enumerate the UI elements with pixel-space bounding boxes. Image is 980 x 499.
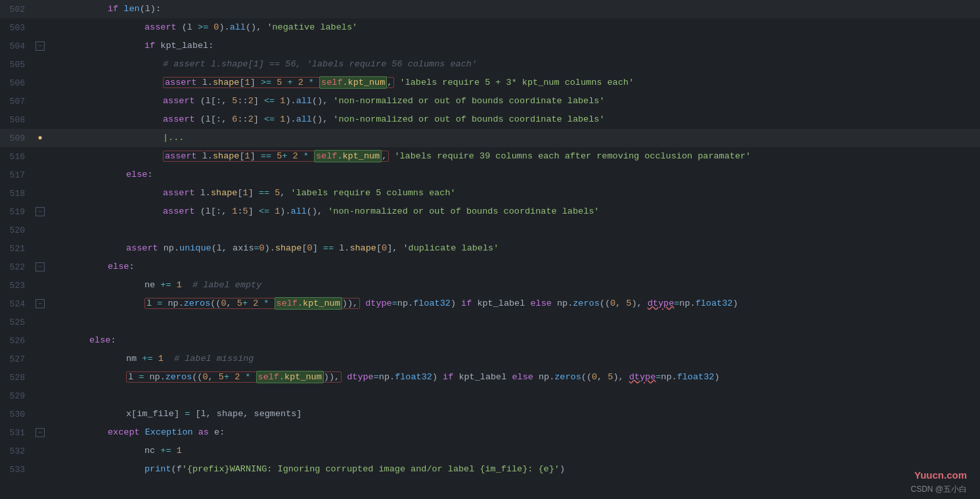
- code-522: else:: [47, 258, 980, 276]
- line-527: 527 nm += 1 # label missing: [0, 350, 980, 368]
- line-531: 531 − except Exception as e:: [0, 423, 980, 442]
- line-528: 528 l = np.zeros((0, 5+ 2 * self.kpt_num…: [0, 368, 980, 387]
- line-num-507: 507: [0, 97, 33, 107]
- line-523: 523 ne += 1 # label empty: [0, 276, 980, 295]
- gutter-519: −: [33, 207, 47, 216]
- line-num-518: 518: [0, 189, 33, 199]
- line-num-509: 509: [0, 133, 33, 143]
- gutter-531: −: [33, 428, 47, 437]
- fold-524[interactable]: −: [35, 299, 45, 308]
- line-533: 533 print(f'{prefix}WARNING: Ignoring co…: [0, 460, 980, 479]
- code-502: if len(l):: [47, 0, 980, 18]
- line-num-508: 508: [0, 115, 33, 125]
- line-num-522: 522: [0, 262, 33, 272]
- line-530: 530 x[im_file] = [l, shape, segments]: [0, 405, 980, 423]
- code-505: # assert l.shape[1] == 56, 'labels requi…: [47, 55, 980, 74]
- code-531: except Exception as e:: [47, 423, 980, 442]
- code-521: assert np.unique(l, axis=0).shape[0] == …: [47, 239, 980, 258]
- line-num-531: 531: [0, 428, 33, 438]
- code-528: l = np.zeros((0, 5+ 2 * self.kpt_num)), …: [47, 368, 980, 387]
- line-507: 507 assert (l[:, 5::2] <= 1).all(), 'non…: [0, 92, 980, 110]
- code-532: nc += 1: [47, 442, 980, 460]
- line-num-502: 502: [0, 5, 33, 14]
- line-529: 529: [0, 387, 980, 405]
- code-507: assert (l[:, 5::2] <= 1).all(), 'non-nor…: [47, 92, 980, 110]
- code-530: x[im_file] = [l, shape, segments]: [47, 405, 980, 423]
- line-num-521: 521: [0, 244, 33, 254]
- gutter-522: −: [33, 262, 47, 272]
- line-508: 508 assert (l[:, 6::2] <= 1).all(), 'non…: [0, 110, 980, 129]
- bullet-509: ●: [37, 133, 42, 143]
- watermark2: CSDN @五小白: [910, 484, 967, 495]
- gutter-509: ●: [33, 133, 47, 143]
- code-504: if kpt_label:: [47, 37, 980, 55]
- line-num-525: 525: [0, 318, 33, 327]
- line-517: 517 else:: [0, 166, 980, 184]
- line-502: 502 if len(l):: [0, 0, 980, 18]
- line-509: 509 ● |...: [0, 129, 980, 147]
- line-522: 522 − else:: [0, 258, 980, 276]
- line-num-504: 504: [0, 41, 33, 51]
- line-525: 525: [0, 313, 980, 331]
- line-num-505: 505: [0, 60, 33, 70]
- line-506: 506 assert l.shape[1] >= 5 + 2 * self.kp…: [0, 74, 980, 92]
- line-505: 505 # assert l.shape[1] == 56, 'labels r…: [0, 55, 980, 74]
- code-524: l = np.zeros((0, 5+ 2 * self.kpt_num)), …: [47, 295, 980, 313]
- line-num-516: 516: [0, 152, 33, 162]
- line-num-533: 533: [0, 465, 33, 475]
- fold-519[interactable]: −: [35, 207, 45, 216]
- line-524: 524 − l = np.zeros((0, 5+ 2 * self.kpt_n…: [0, 295, 980, 313]
- line-503: 503 assert (l >= 0).all(), 'negative lab…: [0, 18, 980, 37]
- fold-522[interactable]: −: [35, 262, 45, 272]
- code-509: |...: [47, 129, 980, 147]
- line-num-520: 520: [0, 226, 33, 235]
- line-num-526: 526: [0, 336, 33, 346]
- code-516: assert l.shape[1] == 5+ 2 * self.kpt_num…: [47, 147, 980, 166]
- code-526: else:: [47, 331, 980, 350]
- line-num-530: 530: [0, 410, 33, 419]
- code-517: else:: [47, 166, 980, 184]
- gutter-504: −: [33, 41, 47, 51]
- line-num-532: 532: [0, 446, 33, 456]
- code-523: ne += 1 # label empty: [47, 276, 980, 295]
- line-num-527: 527: [0, 354, 33, 364]
- code-506: assert l.shape[1] >= 5 + 2 * self.kpt_nu…: [47, 74, 980, 92]
- code-508: assert (l[:, 6::2] <= 1).all(), 'non-nor…: [47, 110, 980, 129]
- line-532: 532 nc += 1: [0, 442, 980, 460]
- code-520: [47, 221, 980, 239]
- line-num-519: 519: [0, 207, 33, 217]
- line-num-503: 503: [0, 23, 33, 33]
- code-503: assert (l >= 0).all(), 'negative labels': [47, 18, 980, 37]
- line-num-524: 524: [0, 299, 33, 309]
- line-num-506: 506: [0, 78, 33, 88]
- line-518: 518 assert l.shape[1] == 5, 'labels requ…: [0, 184, 980, 202]
- code-527: nm += 1 # label missing: [47, 350, 980, 368]
- line-516: 516 assert l.shape[1] == 5+ 2 * self.kpt…: [0, 147, 980, 166]
- code-518: assert l.shape[1] == 5, 'labels require …: [47, 184, 980, 202]
- line-519: 519 − assert (l[:, 1:5] <= 1).all(), 'no…: [0, 202, 980, 221]
- watermark: Yuucn.com: [914, 469, 967, 481]
- line-num-528: 528: [0, 373, 33, 383]
- code-533: print(f'{prefix}WARNING: Ignoring corrup…: [47, 460, 980, 479]
- line-504: 504 − if kpt_label:: [0, 37, 980, 55]
- line-521: 521 assert np.unique(l, axis=0).shape[0]…: [0, 239, 980, 258]
- line-526: 526 else:: [0, 331, 980, 350]
- code-525: [47, 313, 980, 331]
- line-num-523: 523: [0, 281, 33, 291]
- code-editor: 502 if len(l): 503 assert (l >= 0).all()…: [0, 0, 980, 499]
- line-520: 520: [0, 221, 980, 239]
- code-519: assert (l[:, 1:5] <= 1).all(), 'non-norm…: [47, 202, 980, 221]
- gutter-524: −: [33, 299, 47, 308]
- fold-504[interactable]: −: [35, 41, 45, 51]
- line-num-517: 517: [0, 170, 33, 180]
- line-num-529: 529: [0, 391, 33, 401]
- fold-531[interactable]: −: [35, 428, 45, 437]
- code-529: [47, 387, 980, 405]
